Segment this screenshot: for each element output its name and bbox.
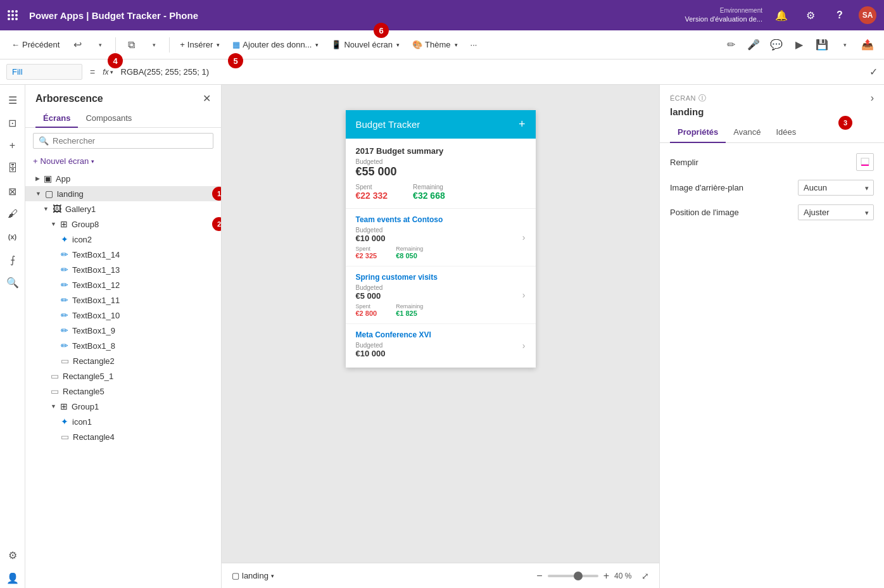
- more-button[interactable]: ···: [465, 37, 483, 52]
- tab-advanced[interactable]: Avancé: [726, 122, 768, 143]
- undo-caret[interactable]: ▾: [90, 35, 110, 55]
- hamburger-menu[interactable]: ☰: [3, 90, 23, 110]
- search-icon[interactable]: 🔍: [3, 272, 23, 292]
- copy-button[interactable]: ⧉: [121, 35, 141, 55]
- apps-grid-icon[interactable]: [8, 10, 18, 20]
- bg-image-select[interactable]: Aucun: [798, 180, 874, 196]
- expand-button[interactable]: ⤢: [641, 571, 649, 581]
- zoom-slider[interactable]: [548, 575, 598, 577]
- formula-confirm[interactable]: ✓: [869, 66, 878, 78]
- spent-label: Spent: [356, 184, 388, 191]
- undo-button[interactable]: ↩: [67, 35, 87, 55]
- landing-label: landing: [57, 189, 206, 199]
- tree-item-group1[interactable]: ▼ ⊞ Group1: [25, 399, 221, 414]
- tree-search-input[interactable]: [53, 136, 208, 146]
- fx-button[interactable]: fx ▾: [103, 68, 113, 77]
- tree-item-rectangle4[interactable]: ▭ Rectangle4: [25, 429, 221, 444]
- add-data-button[interactable]: ▦ Ajouter des donn... ▾: [227, 37, 324, 52]
- tree-item-icon1[interactable]: ✦ icon1: [25, 414, 221, 429]
- variables-icon[interactable]: (x): [3, 227, 23, 247]
- edit-icon[interactable]: ✏: [721, 35, 741, 55]
- fill-prop-row: Remplir: [670, 153, 874, 171]
- tree-item-textbox13[interactable]: ✏ TextBox1_13: [25, 262, 221, 277]
- add-icon[interactable]: +: [3, 135, 23, 156]
- insert-label: Insérer: [187, 40, 213, 49]
- insert-button[interactable]: + Insérer ▾: [175, 37, 225, 52]
- formula-input[interactable]: [118, 65, 864, 79]
- tree-item-textbox9[interactable]: ✏ TextBox1_9: [25, 323, 221, 338]
- tree-item-app[interactable]: ▶ ▣ App: [25, 171, 221, 186]
- tree-item-textbox12[interactable]: ✏ TextBox1_12: [25, 277, 221, 292]
- app-title: Power Apps | Budget Tracker - Phone: [29, 10, 198, 21]
- right-panel-expand-button[interactable]: ›: [871, 92, 874, 104]
- help-circle: ⓘ: [698, 93, 707, 104]
- tab-properties[interactable]: Propriétés: [670, 122, 726, 143]
- gallery-chevron-0[interactable]: ›: [522, 215, 526, 260]
- add-data-icon: ▦: [232, 40, 240, 49]
- comment-icon[interactable]: 💬: [766, 35, 786, 55]
- mic-icon[interactable]: 🎤: [743, 35, 764, 55]
- tree-item-group8[interactable]: 2 ▼ ⊞ Group8: [25, 216, 221, 232]
- save-caret[interactable]: ▾: [835, 35, 855, 55]
- tree-item-textbox8[interactable]: ✏ TextBox1_8: [25, 338, 221, 353]
- canvas-area: Budget Tracker + 2017 Budget summary Bud…: [222, 85, 659, 588]
- new-screen-button[interactable]: 📱 Nouvel écran ▾: [326, 37, 405, 52]
- tab-screens[interactable]: Écrans: [35, 109, 78, 128]
- badge-4: 4: [108, 53, 123, 68]
- tree-item-textbox10[interactable]: ✏ TextBox1_10: [25, 308, 221, 323]
- save-icon[interactable]: 💾: [812, 35, 832, 55]
- image-pos-select[interactable]: Ajuster: [798, 204, 874, 220]
- database-icon[interactable]: 🗄: [3, 158, 23, 178]
- copy-caret[interactable]: ▾: [144, 35, 164, 55]
- tree-item-gallery1[interactable]: ▼ 🖼 Gallery1: [25, 201, 221, 216]
- gallery1-caret: ▼: [43, 206, 49, 212]
- tree-item-rectangle5[interactable]: ▭ Rectangle5: [25, 384, 221, 399]
- user-avatar[interactable]: SA: [859, 6, 876, 24]
- play-icon[interactable]: ▶: [789, 35, 809, 55]
- tree-item-rectangle5-1[interactable]: ▭ Rectangle5_1: [25, 368, 221, 384]
- rect2-icon: ▭: [61, 356, 69, 366]
- gallery-rem-col-0: Remaining €8 050: [396, 246, 423, 260]
- settings-icon[interactable]: ⚙: [800, 5, 821, 25]
- rect5-icon: ▭: [51, 386, 59, 396]
- tree-item-textbox14[interactable]: ✏ TextBox1_14: [25, 247, 221, 262]
- tree-item-icon2[interactable]: ✦ icon2: [25, 232, 221, 247]
- notification-icon[interactable]: 🔔: [771, 5, 792, 25]
- tab-components[interactable]: Composants: [78, 109, 139, 128]
- help-icon[interactable]: ?: [830, 5, 850, 25]
- zoom-out-button[interactable]: −: [536, 570, 542, 582]
- tab-ideas[interactable]: Idées: [768, 122, 804, 143]
- fill-color-button[interactable]: [856, 153, 874, 171]
- new-screen-tree-button[interactable]: + Nouvel écran ▾: [33, 156, 213, 166]
- tree-close-button[interactable]: ✕: [203, 92, 211, 104]
- gallery-amount-2: €10 000: [356, 349, 522, 358]
- gallery-chevron-2[interactable]: ›: [522, 330, 526, 361]
- icon2-icon: ✦: [61, 234, 68, 244]
- gallery-chevron-1[interactable]: ›: [522, 273, 526, 317]
- tree-item-textbox11[interactable]: ✏ TextBox1_11: [25, 292, 221, 308]
- publish-icon[interactable]: 📤: [857, 35, 878, 55]
- app-icon: ▣: [44, 173, 52, 184]
- search-icon-tree: 🔍: [39, 136, 49, 146]
- user-left-icon[interactable]: 👤: [3, 568, 23, 588]
- formula-icon[interactable]: ⨍: [3, 249, 23, 270]
- gallery-spent-lbl-0: Spent: [356, 246, 377, 252]
- controls-icon[interactable]: ⊠: [3, 181, 23, 201]
- spent-amount: €22 332: [356, 191, 388, 201]
- screen-name-selector[interactable]: ▢ landing ▾: [232, 571, 274, 580]
- phone-plus[interactable]: +: [519, 118, 526, 131]
- brush-icon[interactable]: 🖌: [3, 204, 23, 224]
- theme-button[interactable]: 🎨 Thème ▾: [407, 37, 462, 52]
- tree-search-box[interactable]: 🔍: [33, 133, 213, 149]
- property-selector[interactable]: Fill: [6, 64, 82, 80]
- env-value: Version d'évaluation de...: [685, 15, 762, 23]
- settings-left-icon[interactable]: ⚙: [3, 545, 23, 565]
- new-screen-tree-label: Nouvel écran: [41, 156, 89, 166]
- tree-item-rectangle2[interactable]: ▭ Rectangle2: [25, 353, 221, 368]
- tree-item-landing[interactable]: 1 ▼ ▢ landing ···: [25, 186, 221, 201]
- back-button[interactable]: ← Précédent: [6, 37, 65, 52]
- zoom-in-button[interactable]: +: [603, 570, 609, 582]
- screen-section-title: ÉCRAN ⓘ: [670, 93, 707, 104]
- zoom-thumb: [574, 572, 583, 580]
- layers-icon[interactable]: ⊡: [3, 113, 23, 133]
